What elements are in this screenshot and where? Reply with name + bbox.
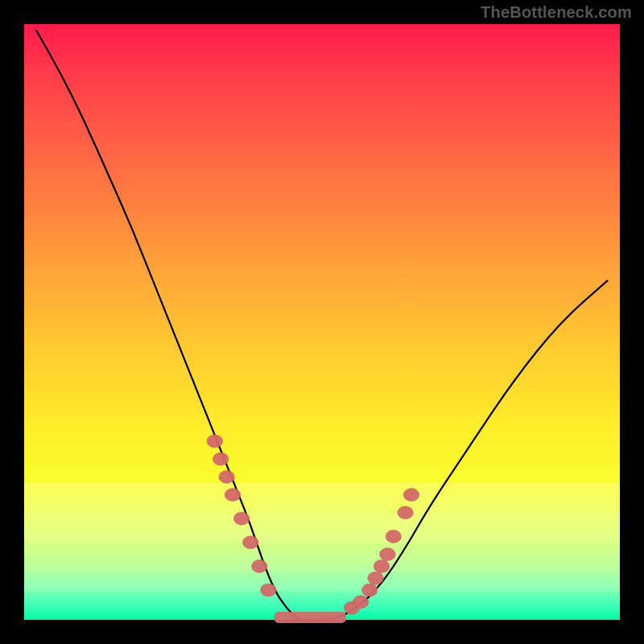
bottleneck-curve bbox=[36, 30, 608, 620]
trough-bar bbox=[275, 612, 346, 623]
knot-point bbox=[353, 596, 369, 609]
knot-point bbox=[374, 559, 390, 572]
knot-point bbox=[242, 536, 258, 549]
curve-svg bbox=[24, 24, 620, 620]
knot-point bbox=[368, 572, 384, 584]
knot-point bbox=[261, 584, 277, 597]
knot-point bbox=[386, 530, 402, 543]
knot-point bbox=[219, 470, 235, 483]
knot-point bbox=[252, 559, 268, 572]
knot-point bbox=[207, 435, 223, 448]
knot-point bbox=[233, 512, 250, 525]
plot-area bbox=[24, 24, 620, 620]
attribution-label: TheBottleneck.com bbox=[481, 3, 632, 22]
knot-point bbox=[398, 506, 414, 519]
knot-point bbox=[403, 489, 419, 502]
knot-point bbox=[213, 452, 229, 465]
knot-point bbox=[225, 489, 241, 502]
chart-frame: TheBottleneck.com bbox=[0, 0, 644, 644]
knot-point bbox=[380, 548, 396, 561]
highlight-knots bbox=[207, 435, 419, 614]
knot-point bbox=[361, 584, 378, 597]
